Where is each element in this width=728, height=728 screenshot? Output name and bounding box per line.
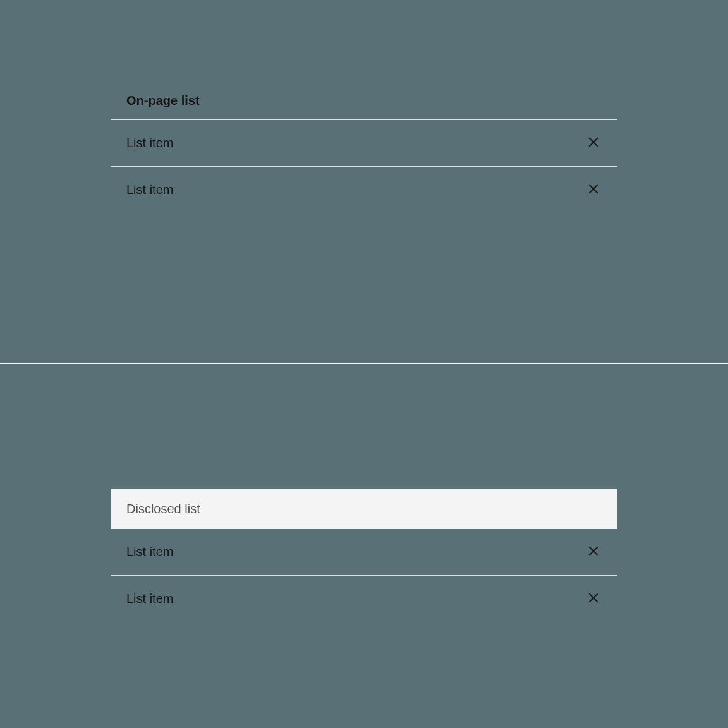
close-icon	[588, 592, 599, 605]
list-item: List item	[111, 529, 617, 575]
close-icon	[588, 545, 599, 559]
disclosed-list-heading[interactable]: Disclosed list	[111, 489, 617, 529]
disclosed-list-container: Disclosed list List item List item	[111, 489, 617, 622]
close-icon	[588, 183, 599, 197]
list-item-label: List item	[126, 592, 173, 606]
list-item-label: List item	[126, 545, 173, 559]
on-page-list-heading: On-page list	[111, 94, 617, 119]
list-item-label: List item	[126, 136, 173, 150]
list-item-label: List item	[126, 183, 173, 197]
remove-item-button[interactable]	[585, 590, 602, 608]
list-item: List item	[111, 120, 617, 166]
remove-item-button[interactable]	[585, 543, 602, 561]
on-page-list-section: On-page list List item List item	[0, 0, 728, 364]
list-item: List item	[111, 576, 617, 622]
close-icon	[588, 136, 599, 150]
list-item: List item	[111, 167, 617, 213]
remove-item-button[interactable]	[585, 134, 602, 152]
disclosed-list-section: Disclosed list List item List item	[0, 364, 728, 728]
remove-item-button[interactable]	[585, 181, 602, 199]
on-page-list-container: On-page list List item List item	[111, 94, 617, 213]
